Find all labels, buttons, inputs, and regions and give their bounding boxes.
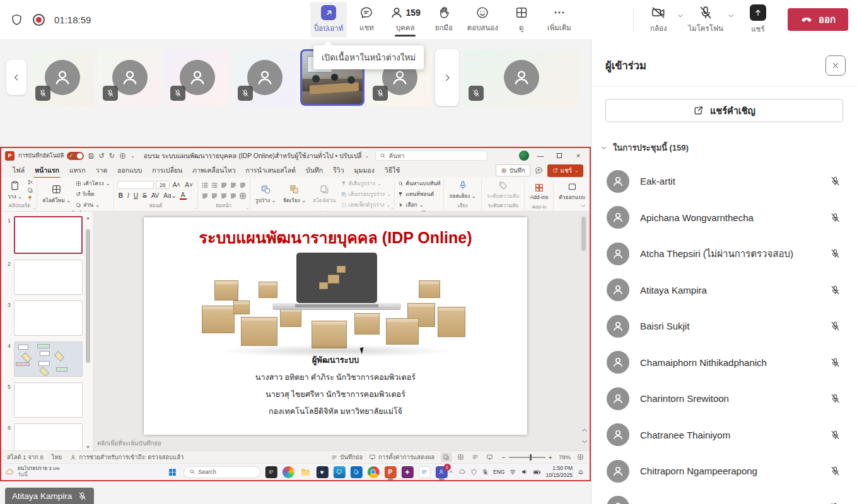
addins-button[interactable]: Add-ins xyxy=(528,182,550,201)
accessibility-status[interactable]: การช่วยสำหรับการเข้าถึง: ตรวจสอบแล้ว xyxy=(70,452,184,462)
raise-hand-button[interactable]: ยกมือ xyxy=(426,2,462,37)
ppt-record-button[interactable]: บันทึก xyxy=(496,164,530,176)
camera-options-chevron[interactable] xyxy=(677,12,684,20)
app-icon-chrome[interactable] xyxy=(367,466,379,478)
tab-record[interactable]: บันทึก xyxy=(301,163,328,178)
minimize-button[interactable]: — xyxy=(533,152,548,159)
slide-thumbnail-3[interactable]: 3 xyxy=(1,301,93,336)
align-left-button[interactable] xyxy=(201,192,209,200)
slide-canvas[interactable]: ระบบแผนพัฒนารายบุคคล (IDP Online) xyxy=(144,217,527,435)
battery-icon[interactable] xyxy=(533,468,541,476)
reset-button[interactable]: ↺รีเซ็ต xyxy=(76,190,110,198)
video-tile[interactable] xyxy=(233,49,296,106)
change-case-button[interactable]: Aa⌄ xyxy=(162,192,178,199)
title-chevron-icon[interactable]: ⌄ xyxy=(365,153,370,159)
participant-row[interactable]: Chamaiphorn Nithikadphanich xyxy=(592,345,857,381)
app-icon-teams[interactable]: 1 xyxy=(435,466,447,478)
volume-icon[interactable] xyxy=(521,468,528,476)
dictate-button[interactable]: ถอดเสียง ⌄ xyxy=(447,180,477,201)
section-button[interactable]: ส่วน ⌄ xyxy=(76,200,110,209)
app-icon-store[interactable]: ♥ xyxy=(316,466,328,478)
tab-help[interactable]: วิธีใช้ xyxy=(380,163,405,178)
tab-view[interactable]: มุมมอง xyxy=(349,163,380,178)
document-title[interactable]: อบรม ระบบแผนพัฒนารายบุคคล (IDP Online)สำ… xyxy=(144,151,361,161)
tab-design[interactable]: ออกแบบ xyxy=(112,163,147,178)
collapse-ribbon-chevron[interactable] xyxy=(580,202,586,209)
share-button[interactable]: แชร์ xyxy=(740,2,776,37)
tab-insert[interactable]: แทรก xyxy=(64,163,91,178)
thumbnail-scrollbar[interactable]: ▲ ▼ xyxy=(85,215,91,450)
start-button[interactable] xyxy=(166,466,178,478)
taskbar-search[interactable]: Search xyxy=(183,466,260,478)
new-slide-button[interactable]: สไลด์ใหม่ ⌄ xyxy=(40,183,73,205)
slide-thumbnail-5[interactable]: 5 xyxy=(1,382,93,418)
comments-icon[interactable] xyxy=(535,166,543,175)
view-button[interactable]: ดู xyxy=(503,2,540,37)
close-panel-button[interactable] xyxy=(825,55,846,76)
clock[interactable]: 1:50 PM 10/15/2025 xyxy=(545,465,573,478)
slide-thumbnail-1[interactable]: 1 xyxy=(1,216,93,254)
dialog-launcher-icon[interactable]: ⌟ xyxy=(194,205,195,210)
font-name-box[interactable] xyxy=(117,181,154,189)
character-spacing-button[interactable]: AV xyxy=(150,192,161,199)
replace-button[interactable]: แทนที่ฟอนต์ xyxy=(398,190,440,198)
previous-slide-button[interactable] xyxy=(581,427,588,434)
filmstrip-next-button[interactable] xyxy=(435,49,459,106)
autosave-toggle[interactable]: การบันทึกอัตโนมัติ xyxy=(18,151,84,160)
cut-button[interactable] xyxy=(27,179,33,185)
tab-draw[interactable]: วาด xyxy=(91,163,113,178)
zoom-in-icon[interactable]: + xyxy=(549,454,552,461)
camera-button[interactable]: กล้อง xyxy=(640,2,677,37)
slide-thumbnail-6[interactable]: 6 xyxy=(1,423,93,450)
dialog-launcher-icon[interactable]: ⌟ xyxy=(246,205,248,210)
shape-fill-button[interactable]: สีเติมรูปร่าง ⌄ xyxy=(341,179,392,188)
tab-review[interactable]: รีวิว xyxy=(328,163,349,178)
app-icon-file-explorer[interactable] xyxy=(299,466,311,478)
font-size-box[interactable]: 28 xyxy=(156,181,170,189)
zoom-percentage[interactable]: 78% xyxy=(559,454,571,461)
ppt-search-box[interactable]: ค้นหา xyxy=(375,151,487,161)
shape-effects-button[interactable]: เอฟเฟ็กต์รูปร่าง ⌄ xyxy=(341,200,392,209)
font-color-button[interactable]: A xyxy=(180,192,187,200)
shapes-button[interactable]: รูปร่าง ⌄ xyxy=(254,183,278,205)
line-spacing-button[interactable] xyxy=(239,181,247,189)
format-painter-button[interactable] xyxy=(27,195,33,202)
participant-row[interactable]: Atitaya Kampira xyxy=(592,272,857,309)
language-switcher[interactable]: ENG xyxy=(493,469,504,475)
copy-button[interactable] xyxy=(27,187,33,193)
participant-row[interactable]: Atcha Thepsiri (ไม่ผ่านการตรวจสอบ) xyxy=(592,236,857,272)
participant-row[interactable]: Charintorn Srewitoon xyxy=(592,381,857,417)
layout-button[interactable]: เค้าโครง ⌄ xyxy=(76,179,110,188)
shape-outline-button[interactable]: เส้นกรอบรูปร่าง ⌄ xyxy=(341,190,392,198)
participant-row[interactable]: chonthicha witthi xyxy=(592,490,857,504)
justify-button[interactable] xyxy=(230,192,237,200)
dialog-launcher-icon[interactable]: ⌟ xyxy=(391,205,393,210)
security-tray-icon[interactable] xyxy=(470,469,477,476)
app-icon-mail[interactable] xyxy=(350,466,362,478)
fit-slide-icon[interactable] xyxy=(577,454,584,461)
slide-thumbnail-2[interactable]: 2 xyxy=(1,260,93,295)
participant-row[interactable]: Baisri Sukjit xyxy=(592,308,857,345)
mic-tray-icon[interactable] xyxy=(482,469,489,476)
video-tile[interactable] xyxy=(30,49,94,106)
redo-icon[interactable]: ↻ xyxy=(109,152,115,160)
app-icon-phone-link[interactable] xyxy=(333,466,345,478)
italic-button[interactable]: I xyxy=(126,192,131,199)
video-tile[interactable] xyxy=(463,49,579,106)
participant-row[interactable]: Chitraporn Ngampeerapong xyxy=(592,453,857,490)
strikethrough-button[interactable]: S xyxy=(141,192,148,199)
leave-button[interactable]: ออก xyxy=(788,8,848,31)
scroll-up-icon[interactable]: ▲ xyxy=(85,215,91,220)
designer-button[interactable]: ตัวออกแบบ xyxy=(557,181,587,202)
weather-widget[interactable]: ฝนโปรยปราย 3 cm วันนี้ xyxy=(1,466,60,478)
tab-transitions[interactable]: การเปลี่ยน xyxy=(147,163,187,178)
slide-scrollbar[interactable] xyxy=(581,217,586,419)
app-icon-powerpoint[interactable]: P xyxy=(384,466,396,478)
underline-button[interactable]: U xyxy=(132,192,139,199)
react-button[interactable]: ตอบสนอง xyxy=(463,2,502,37)
participant-row[interactable]: Chatranee Thainiyom xyxy=(592,417,857,454)
next-slide-button[interactable] xyxy=(581,438,588,445)
arrange-button[interactable]: จัดเรียง ⌄ xyxy=(281,183,308,205)
chat-button[interactable]: แชท xyxy=(348,2,385,37)
sensitivity-button[interactable]: ระดับความลับ xyxy=(485,180,522,201)
